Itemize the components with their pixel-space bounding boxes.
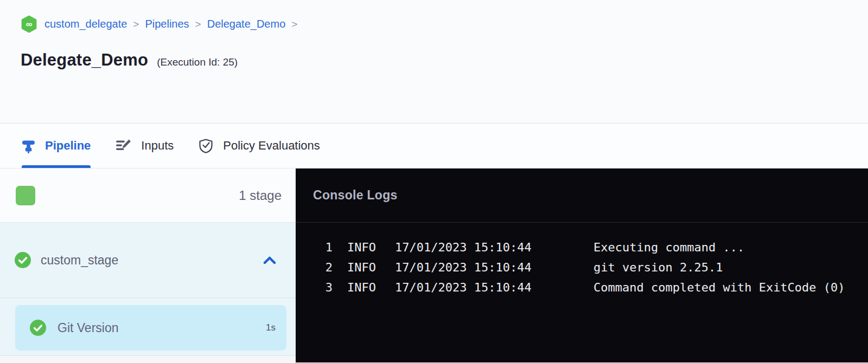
log-line-number: 2 xyxy=(296,261,333,274)
log-line: 2 INFO 17/01/2023 15:10:44 git version 2… xyxy=(296,257,868,277)
stage-panel-bottom-strip xyxy=(0,355,296,362)
step-row-git-version[interactable]: Git Version 1s xyxy=(15,305,286,351)
log-line: 3 INFO 17/01/2023 15:10:44 Command compl… xyxy=(296,277,868,297)
tab-policy-evaluations[interactable]: Policy Evaluations xyxy=(199,124,320,168)
stage-success-check-icon xyxy=(15,252,31,268)
breadcrumb-link-pipeline-name[interactable]: Delegate_Demo xyxy=(207,18,286,30)
project-infinity-hexagon-icon: ∞ xyxy=(21,15,37,33)
log-timestamp: 17/01/2023 15:10:44 xyxy=(395,241,533,254)
tab-policy-evaluations-label: Policy Evaluations xyxy=(223,139,320,153)
pipeline-icon xyxy=(22,139,35,153)
log-line-number: 1 xyxy=(296,241,333,254)
tab-pipeline[interactable]: Pipeline xyxy=(22,124,91,168)
log-line: 1 INFO 17/01/2023 15:10:44 Executing com… xyxy=(296,237,868,257)
stage-panel-header: 1 stage xyxy=(0,168,296,223)
stage-count-label: 1 stage xyxy=(239,188,282,203)
log-level: INFO xyxy=(347,281,376,294)
console-logs-panel: Console Logs 1 INFO 17/01/2023 15:10:44 … xyxy=(296,168,868,362)
log-message: Command completed with ExitCode (0) xyxy=(593,281,845,294)
log-level: INFO xyxy=(347,241,376,254)
inputs-edit-icon xyxy=(116,139,131,153)
tab-pipeline-label: Pipeline xyxy=(45,139,91,153)
stage-panel: 1 stage custom_stage xyxy=(0,168,296,362)
log-message: Executing command ... xyxy=(593,241,744,254)
tab-inputs-label: Inputs xyxy=(141,139,174,153)
breadcrumb: ∞ custom_delegate > Pipelines > Delegate… xyxy=(21,15,868,33)
shield-check-icon xyxy=(199,138,213,154)
log-line-number: 3 xyxy=(296,281,333,294)
log-level: INFO xyxy=(347,261,376,274)
pipeline-status-square-icon xyxy=(16,186,35,205)
step-list: Git Version 1s xyxy=(0,298,296,351)
breadcrumb-link-pipelines[interactable]: Pipelines xyxy=(145,18,189,30)
console-logs-header: Console Logs xyxy=(296,168,868,223)
breadcrumb-separator: > xyxy=(133,18,139,30)
breadcrumb-separator: > xyxy=(195,18,201,30)
log-timestamp: 17/01/2023 15:10:44 xyxy=(395,261,533,274)
tab-inputs[interactable]: Inputs xyxy=(116,124,174,168)
stage-name-label: custom_stage xyxy=(41,253,118,268)
log-timestamp: 17/01/2023 15:10:44 xyxy=(395,281,533,294)
execution-content: 1 stage custom_stage xyxy=(0,168,868,362)
title-row: Delegate_Demo (Execution Id: 25) xyxy=(21,50,868,70)
svg-text:∞: ∞ xyxy=(26,19,33,29)
step-success-check-icon xyxy=(30,320,46,336)
console-logs-title: Console Logs xyxy=(313,188,398,203)
page-title: Delegate_Demo xyxy=(21,50,148,70)
execution-tab-bar: Pipeline Inputs Policy Evaluations xyxy=(0,124,868,168)
breadcrumb-separator: > xyxy=(291,18,297,30)
step-duration-label: 1s xyxy=(266,322,276,333)
step-name-label: Git Version xyxy=(58,321,119,335)
log-message: git version 2.25.1 xyxy=(593,261,723,274)
page-header: ∞ custom_delegate > Pipelines > Delegate… xyxy=(0,0,868,124)
console-log-area: 1 INFO 17/01/2023 15:10:44 Executing com… xyxy=(296,223,868,297)
breadcrumb-link-project[interactable]: custom_delegate xyxy=(44,18,127,30)
execution-id-label: (Execution Id: 25) xyxy=(157,56,238,68)
stage-collapse-chevron-up-icon[interactable] xyxy=(263,256,276,264)
stage-row-custom-stage[interactable]: custom_stage xyxy=(0,223,296,298)
